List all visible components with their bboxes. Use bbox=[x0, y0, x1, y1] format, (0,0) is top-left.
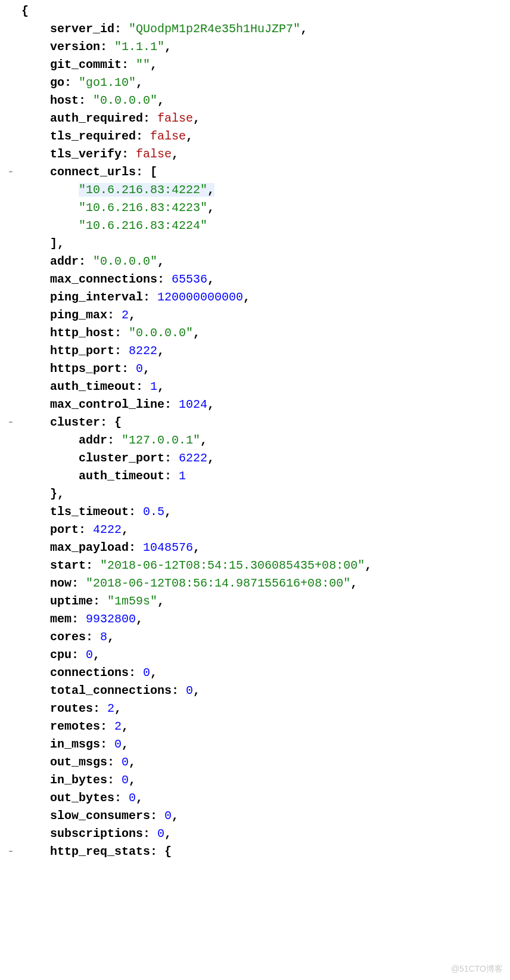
indent bbox=[21, 129, 50, 143]
token-key: ping_interval bbox=[50, 290, 143, 304]
token-punct: : bbox=[122, 147, 136, 161]
token-number: 9932800 bbox=[86, 612, 136, 626]
indent bbox=[21, 255, 50, 268]
code-line: mem: 9932800, bbox=[7, 610, 503, 628]
token-punct: : bbox=[150, 809, 164, 823]
token-punct: , bbox=[172, 809, 179, 823]
token-punct: : bbox=[107, 308, 122, 322]
token-punct: : { bbox=[150, 845, 172, 858]
indent bbox=[21, 845, 50, 858]
token-key: http_req_stats bbox=[50, 845, 150, 858]
token-punct: , bbox=[122, 720, 129, 733]
code-line: out_bytes: 0, bbox=[7, 789, 503, 807]
code-line: connections: 0, bbox=[7, 664, 503, 682]
line-content: cluster: { bbox=[50, 415, 122, 429]
toggle-placeholder bbox=[7, 308, 21, 322]
token-key: remotes bbox=[50, 720, 100, 733]
toggle-placeholder bbox=[7, 791, 21, 805]
token-punct: : bbox=[79, 255, 93, 268]
code-line: - cluster: { bbox=[7, 414, 503, 432]
token-number: 0 bbox=[129, 791, 136, 805]
token-punct: , bbox=[129, 308, 136, 322]
token-number: 1 bbox=[179, 469, 186, 483]
token-number: 0 bbox=[86, 648, 93, 662]
code-line: "10.6.216.83:4222", bbox=[7, 181, 503, 199]
token-punct: , bbox=[350, 576, 357, 590]
token-punct: : bbox=[136, 129, 150, 143]
token-punct: , bbox=[107, 630, 114, 644]
code-line: ping_max: 2, bbox=[7, 306, 503, 324]
indent bbox=[21, 40, 50, 54]
toggle-placeholder bbox=[7, 559, 21, 572]
token-number: 6222 bbox=[179, 451, 207, 465]
code-line: max_payload: 1048576, bbox=[7, 539, 503, 557]
indent bbox=[21, 147, 50, 161]
token-punct: , bbox=[136, 612, 143, 626]
toggle-placeholder bbox=[7, 720, 21, 733]
line-content: in_bytes: 0, bbox=[50, 773, 136, 787]
indent bbox=[21, 755, 50, 769]
token-punct: : bbox=[86, 630, 100, 644]
token-punct: : bbox=[136, 380, 150, 393]
indent bbox=[21, 290, 50, 304]
token-punct: : bbox=[114, 22, 129, 36]
token-string: "go1.10" bbox=[79, 76, 136, 89]
code-line: subscriptions: 0, bbox=[7, 825, 503, 843]
token-punct: : bbox=[114, 326, 129, 340]
indent bbox=[21, 469, 79, 483]
toggle-placeholder bbox=[7, 111, 21, 125]
toggle-placeholder bbox=[7, 326, 21, 340]
token-number: 0 bbox=[136, 362, 143, 376]
token-punct: , bbox=[157, 255, 164, 268]
code-line: cluster_port: 6222, bbox=[7, 449, 503, 467]
indent bbox=[21, 702, 50, 715]
toggle-placeholder bbox=[7, 809, 21, 823]
code-line: in_bytes: 0, bbox=[7, 771, 503, 789]
collapse-toggle-icon[interactable]: - bbox=[7, 415, 21, 429]
toggle-placeholder bbox=[7, 523, 21, 536]
token-key: port bbox=[50, 523, 79, 536]
token-key: max_control_line bbox=[50, 398, 164, 411]
toggle-placeholder bbox=[7, 702, 21, 715]
token-key: addr bbox=[79, 433, 107, 447]
indent bbox=[21, 541, 50, 554]
token-punct: : bbox=[93, 702, 107, 715]
indent bbox=[21, 809, 50, 823]
indent bbox=[21, 791, 50, 805]
token-number: 120000000000 bbox=[157, 290, 243, 304]
indent bbox=[21, 451, 79, 465]
collapse-toggle-icon[interactable]: - bbox=[7, 165, 21, 179]
toggle-placeholder bbox=[7, 129, 21, 143]
indent bbox=[21, 201, 79, 215]
code-line: auth_required: false, bbox=[7, 110, 503, 128]
line-content: max_payload: 1048576, bbox=[50, 541, 200, 554]
token-string: "0.0.0.0" bbox=[129, 326, 193, 340]
token-key: mem bbox=[50, 612, 71, 626]
code-line: uptime: "1m59s", bbox=[7, 593, 503, 610]
line-content: host: "0.0.0.0", bbox=[50, 94, 164, 107]
line-content: mem: 9932800, bbox=[50, 612, 143, 626]
token-key: https_port bbox=[50, 362, 122, 376]
code-line: auth_timeout: 1 bbox=[7, 467, 503, 485]
token-number: 0 bbox=[186, 684, 193, 697]
code-line: cores: 8, bbox=[7, 628, 503, 646]
code-line: in_msgs: 0, bbox=[7, 736, 503, 753]
indent bbox=[21, 594, 50, 608]
token-key: connect_urls bbox=[50, 165, 136, 179]
token-punct: : bbox=[107, 755, 122, 769]
code-line: addr: "127.0.0.1", bbox=[7, 432, 503, 449]
token-key: subscriptions bbox=[50, 827, 143, 841]
token-string: "1.1.1" bbox=[114, 40, 164, 54]
collapse-toggle-icon[interactable]: - bbox=[7, 845, 21, 858]
token-key: git_commit bbox=[50, 58, 122, 72]
line-content: total_connections: 0, bbox=[50, 684, 200, 697]
token-key: go bbox=[50, 76, 64, 89]
line-content: auth_timeout: 1, bbox=[50, 380, 164, 393]
line-content: connections: 0, bbox=[50, 666, 157, 680]
code-line: "10.6.216.83:4224" bbox=[7, 217, 503, 235]
line-content: start: "2018-06-12T08:54:15.306085435+08… bbox=[50, 559, 372, 572]
token-punct: : bbox=[164, 398, 179, 411]
token-key: total_connections bbox=[50, 684, 172, 697]
token-number: 2 bbox=[114, 720, 122, 733]
line-content: http_req_stats: { bbox=[50, 845, 172, 858]
